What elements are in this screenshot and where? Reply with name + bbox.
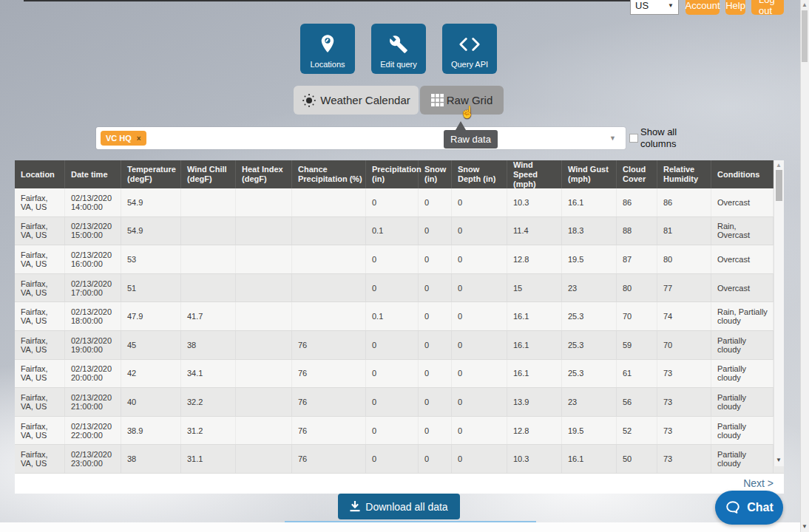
table-cell: 74 <box>657 302 711 330</box>
table-cell: Partially cloudy <box>711 331 774 359</box>
table-cell: 61 <box>617 360 657 388</box>
column-header[interactable]: Snow (in) <box>419 160 452 188</box>
table-cell: 0 <box>452 188 507 216</box>
table-cell: 02/13/2020 19:00:00 <box>65 331 121 359</box>
locations-input-bar[interactable] <box>96 127 626 149</box>
table-cell <box>292 245 366 273</box>
table-cell <box>236 274 292 302</box>
table-cell: 45 <box>121 331 181 359</box>
logout-button[interactable]: Log out <box>751 0 784 15</box>
table-cell: 81 <box>657 217 711 245</box>
column-header[interactable]: Chance Precipitation (%) <box>292 160 366 188</box>
table-cell: 10.3 <box>507 445 562 473</box>
edit-query-button[interactable]: Edit query <box>371 24 426 74</box>
table-cell: 0.1 <box>366 302 419 330</box>
column-header[interactable]: Location <box>15 160 65 188</box>
table-cell <box>236 417 292 445</box>
column-header[interactable]: Temperature (degF) <box>121 160 181 188</box>
download-all-data-label: Download all data <box>365 501 447 513</box>
logout-button-label: Log out <box>759 0 776 16</box>
locations-button[interactable]: Locations <box>300 24 355 74</box>
table-cell: 88 <box>617 217 657 245</box>
table-cell: 53 <box>121 245 181 273</box>
tab-weather-calendar[interactable]: Weather Calendar <box>294 86 419 115</box>
column-header[interactable]: Conditions <box>711 160 774 188</box>
table-row[interactable]: Fairfax, VA, US02/13/2020 20:00:004234.1… <box>15 360 784 389</box>
scroll-down-icon[interactable]: ▼ <box>776 457 782 463</box>
table-cell <box>236 360 292 388</box>
table-cell: 0 <box>419 417 452 445</box>
table-cell: 59 <box>617 331 657 359</box>
table-row[interactable]: Fairfax, VA, US02/13/2020 22:00:0038.931… <box>15 417 784 446</box>
table-scrollbar[interactable]: ▲ ▼ <box>774 160 784 466</box>
scroll-up-icon[interactable]: ▲ <box>776 162 782 168</box>
table-row[interactable]: Fairfax, VA, US02/13/2020 15:00:0054.90.… <box>15 217 784 246</box>
map-pin-icon <box>319 33 336 55</box>
table-cell: 86 <box>657 188 711 216</box>
page-scrollbar-thumb[interactable] <box>802 10 808 62</box>
table-cell: 40 <box>121 388 181 416</box>
table-cell: 34.1 <box>181 360 236 388</box>
table-cell: 0 <box>452 274 507 302</box>
query-api-button-label: Query API <box>451 60 488 69</box>
column-header[interactable]: Precipitation (in) <box>366 160 419 188</box>
table-cell: Rain, Partially cloudy <box>711 302 774 330</box>
table-cell <box>236 245 292 273</box>
table-cell: 16.1 <box>507 331 562 359</box>
table-cell: 76 <box>292 360 366 388</box>
query-api-button[interactable]: Query API <box>442 24 497 74</box>
table-cell: 50 <box>617 445 657 473</box>
raw-data-grid: LocationDate timeTemperature (degF)Wind … <box>15 160 784 494</box>
column-header[interactable]: Snow Depth (in) <box>452 160 507 188</box>
table-row[interactable]: Fairfax, VA, US02/13/2020 21:00:004032.2… <box>15 388 784 417</box>
column-header[interactable]: Cloud Cover <box>617 160 657 188</box>
region-select[interactable]: US ▼ <box>630 0 679 15</box>
table-cell: Partially cloudy <box>711 445 774 473</box>
column-header[interactable]: Wind Gust (mph) <box>562 160 617 188</box>
download-all-data-button[interactable]: Download all data <box>338 494 460 519</box>
account-button[interactable]: Account <box>686 0 720 15</box>
column-header[interactable]: Wind Chill (degF) <box>181 160 236 188</box>
chat-button[interactable]: Chat <box>715 491 783 525</box>
table-cell: 76 <box>292 417 366 445</box>
column-header[interactable]: Heat Index (degF) <box>236 160 292 188</box>
table-cell: 02/13/2020 17:00:00 <box>65 274 121 302</box>
next-page-link[interactable]: Next > <box>743 477 774 489</box>
table-row[interactable]: Fairfax, VA, US02/13/2020 17:00:00510001… <box>15 274 784 303</box>
table-cell: 12.8 <box>507 417 562 445</box>
table-cell: 10.3 <box>507 188 562 216</box>
location-chip[interactable]: VC HQ × <box>101 131 146 146</box>
table-row[interactable]: Fairfax, VA, US02/13/2020 18:00:0047.941… <box>15 302 784 331</box>
page-scrollbar[interactable]: ▲ ▼ <box>800 0 809 532</box>
table-cell: 18.3 <box>562 217 617 245</box>
table-cell: 02/13/2020 21:00:00 <box>65 388 121 416</box>
locations-dropdown-caret-icon[interactable]: ▼ <box>609 134 616 142</box>
table-cell: 0 <box>419 217 452 245</box>
table-cell: Fairfax, VA, US <box>15 274 65 302</box>
chat-button-label: Chat <box>747 501 774 514</box>
close-icon[interactable]: × <box>137 134 141 143</box>
table-cell: 0 <box>452 388 507 416</box>
table-row[interactable]: Fairfax, VA, US02/13/2020 16:00:00530001… <box>15 245 784 274</box>
show-all-columns-checkbox[interactable] <box>629 134 638 143</box>
table-cell: 23 <box>562 274 617 302</box>
table-cell <box>292 188 366 216</box>
page-scroll-down-icon[interactable]: ▼ <box>802 523 808 530</box>
table-cell: 31.2 <box>181 417 236 445</box>
table-row[interactable]: Fairfax, VA, US02/13/2020 19:00:00453876… <box>15 331 784 360</box>
table-cell: 15 <box>507 274 562 302</box>
column-header[interactable]: Date time <box>65 160 121 188</box>
page-scroll-up-icon[interactable]: ▲ <box>802 1 808 8</box>
table-cell: 73 <box>657 417 711 445</box>
column-header[interactable]: Relative Humidity <box>657 160 711 188</box>
table-row[interactable]: Fairfax, VA, US02/13/2020 23:00:003831.1… <box>15 445 784 474</box>
help-button[interactable]: Help <box>725 0 745 15</box>
column-header[interactable]: Wind Speed (mph) <box>507 160 562 188</box>
table-cell: 13.9 <box>507 388 562 416</box>
table-cell: 76 <box>292 445 366 473</box>
table-cell: Rain, Overcast <box>711 217 774 245</box>
table-cell: 16.1 <box>562 445 617 473</box>
table-scrollbar-thumb[interactable] <box>776 170 782 201</box>
table-row[interactable]: Fairfax, VA, US02/13/2020 14:00:0054.900… <box>15 188 784 217</box>
table-cell: 0 <box>366 245 419 273</box>
